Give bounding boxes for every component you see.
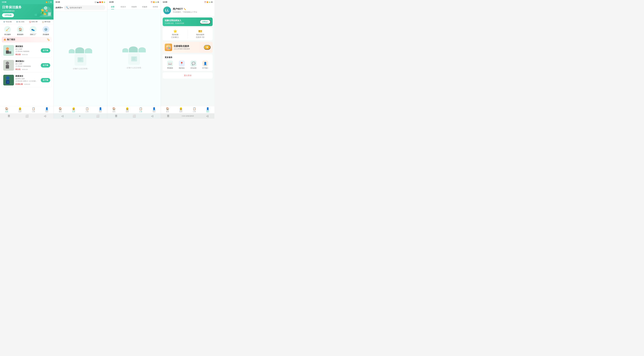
svg-point-14 [48,13,50,15]
svg-rect-32 [78,59,82,60]
category-shoes[interactable]: 👟 洗鞋工厂 [30,26,36,36]
home-icon-2: 🏠 [59,107,62,110]
service-feedback[interactable]: 💬 意见反馈 [188,61,199,69]
nav-home-1[interactable]: 🏠 首页 [0,107,13,113]
tab-pending-service[interactable]: 待服务 [140,4,150,9]
info-icon: 👤 [204,62,207,65]
service-thumb-1 [3,45,14,56]
home-btn-3[interactable]: ⬜ [132,114,136,118]
city-selector[interactable]: 永州市 ▾ [56,6,62,9]
stats-row: ⭐ 我的收藏 已收藏0人 🎫 我的优惠券 优惠券 0张 [163,28,212,40]
service-item-1: 测试项目 超1人选择 🕐 30分钟 | 啦啦啦啦 ¥0.03 ¥999.00 去… [2,44,52,57]
edit-icon[interactable]: ✏️ [184,8,186,10]
search-icon: 🔍 [66,6,69,9]
svg-rect-19 [3,45,14,56]
square-btn-2[interactable]: ⬜ [96,114,100,118]
logout-button[interactable]: 退出登录 [163,72,212,79]
nav-home-3[interactable]: 🏠 首页 [107,107,120,113]
time-3: 14:09 [109,1,114,3]
recruit-button[interactable]: 立即加入 [200,20,210,24]
menu-btn-1[interactable]: ☰ [8,114,10,118]
system-nav-3: ☰ ⬜ ◁ [107,113,161,119]
home-btn-2[interactable]: ○ [79,114,80,118]
phone4-profile: 14:09 ⏰ 📶 🔋 25 LL 用户9577 ✏️ 可在线预约、下单的家政上… [161,0,214,119]
system-nav-2: ◁ ○ ⬜ [54,113,107,119]
nav-tech-2[interactable]: 👷 技师 [67,107,80,113]
stat-coupons[interactable]: 🎫 我的优惠券 优惠券 0张 [188,29,212,39]
hero-cta-button[interactable]: 立即抢购 [2,13,14,17]
tab-pending-review[interactable]: 待评价 [150,4,161,9]
service-address[interactable]: 📍 我的地址 [176,61,187,69]
time-1: 14:08 [2,1,6,3]
nav-home-2[interactable]: 🏠 首页 [54,107,67,113]
menu-btn-3[interactable]: ☰ [115,114,117,118]
more-services: 更多服务 📖 帮助教程 📍 我的地址 💬 [163,54,212,71]
empty-text-tech: - 好像什么也没有哦 - [72,68,88,70]
other-icon: ⚙️ [42,26,49,33]
trust-item-2: 🛡️ 真人实名 [16,21,24,23]
order-icon-4: 📋 [193,107,196,110]
help-icon-wrap: 📖 [167,61,173,66]
profile-icon-2: 👤 [99,107,102,110]
tab-pending-pay[interactable]: 待支付 [118,4,128,9]
tech-icon: 👷 [18,107,22,110]
status-icons-1: 📶 🔋 25 [46,1,52,3]
order-button-1[interactable]: 去下单 [41,48,50,53]
avatar: LL [163,7,171,14]
order-button-2[interactable]: 去下单 [41,63,50,68]
service-price-3: ¥199.00 ¥299.00 [16,83,39,85]
nav-home-4[interactable]: 🏠 首页 [161,107,174,113]
tech-icon-2: 👷 [72,107,75,110]
coupon-claim-button[interactable]: 领 [204,45,210,50]
trust-item-3: 🚫 拒绝小费 [29,21,38,23]
tech-icon-3: 👷 [126,107,129,110]
nav-tech-4[interactable]: 👷 技师 [174,107,188,113]
back-btn-4[interactable]: ◁ [206,114,208,118]
service-about[interactable]: 👤 关于我们 [200,61,210,69]
order-icon-3: 📋 [139,107,142,110]
nav-profile-2[interactable]: 👤 我的 [94,107,107,113]
empty-list-icon-orders [128,53,140,65]
service-help[interactable]: 📖 帮助教程 [165,61,175,69]
category-housework[interactable]: 🏠 家政服务 [17,26,24,36]
nav-order-2[interactable]: 📋 订单 [80,107,94,113]
chat-icon: 💬 [192,62,196,65]
service-price-1: ¥0.03 ¥999.00 [16,53,39,56]
order-tabs: 全部 待支付 待接单 待服务 待评价 [107,4,161,10]
book-icon: 📖 [168,62,172,65]
svg-rect-31 [78,58,82,59]
profile-icon-4: 👤 [206,107,209,110]
back-btn-2[interactable]: ◁ [61,114,64,118]
time-2: 10:40 [56,1,60,3]
nav-profile-3[interactable]: 👤 我的 [148,107,161,113]
trust-item-1: 🛡️ 专业正规 [3,21,12,23]
tab-all[interactable]: 全部 [107,4,118,9]
feedback-icon-wrap: 💬 [190,61,196,66]
service-info-2: 测试项目2 超1人选择 🕐 20分钟 | 啦啦啦啦啦 ¥0.01 ¥899.00 [16,60,39,71]
tab-pending-accept[interactable]: 待接单 [128,4,139,9]
svg-point-20 [6,47,9,50]
nav-order-3[interactable]: 📋 订单 [134,107,148,113]
nav-profile-1[interactable]: 👤 我的 [40,107,54,113]
tech-icon-4: 👷 [179,107,182,110]
service-price-2: ¥0.01 ¥899.00 [16,68,39,71]
category-cleaning[interactable]: 🧹 保洁服务 [4,26,11,36]
nav-tech-3[interactable]: 👷 技师 [120,107,134,113]
category-other[interactable]: ⚙️ 其他服务 [42,26,49,36]
stat-favorites[interactable]: ⭐ 我的收藏 已收藏0人 [163,29,188,39]
nav-tech-1[interactable]: 👷 技师 [13,107,27,113]
service-thumb-3 [3,75,14,85]
search-input[interactable] [70,7,103,9]
home-btn-1[interactable]: ⬜ [25,114,28,118]
svg-rect-12 [44,13,45,14]
nav-order-1[interactable]: 📋 订单 [27,107,40,113]
order-button-3[interactable]: 去下单 [41,78,50,82]
back-btn-3[interactable]: ◁ [151,114,153,118]
menu-btn-4[interactable]: ☰ [167,114,169,118]
home-icon: 🏠 [5,107,8,110]
svg-rect-21 [6,50,9,54]
back-btn-1[interactable]: ◁ [44,114,46,118]
nav-profile-4[interactable]: 👤 我的 [201,107,214,113]
nav-order-4[interactable]: 📋 订单 [188,107,201,113]
housework-icon: 🏠 [17,26,24,33]
